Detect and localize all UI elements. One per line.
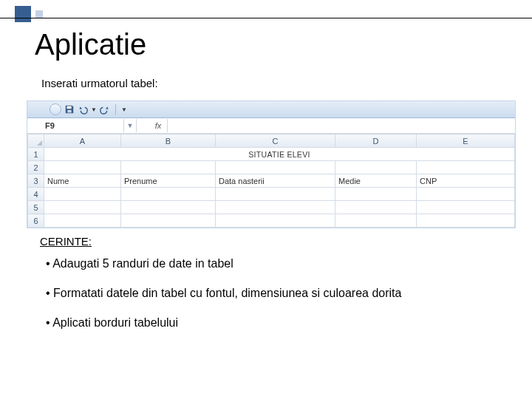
chevron-down-icon: ▼ xyxy=(91,106,97,113)
row-header: 1 xyxy=(28,148,44,161)
quick-access-toolbar: ▼ ▼ xyxy=(27,101,515,118)
office-button-icon xyxy=(50,103,61,115)
list-item: • Aplicati borduri tabelului xyxy=(46,316,401,330)
row-header: 3 xyxy=(28,174,44,188)
accent-square-small xyxy=(35,10,43,18)
row-header: 5 xyxy=(28,201,44,214)
row-header: 4 xyxy=(28,188,44,201)
svg-rect-0 xyxy=(67,106,72,109)
row-header: 2 xyxy=(28,161,44,174)
intro-text: Inserati urmatorul tabel: xyxy=(41,77,158,89)
col-header: E xyxy=(417,134,515,148)
col-header: C xyxy=(216,134,335,148)
save-icon xyxy=(64,104,75,115)
col-header: A xyxy=(44,134,121,148)
divider xyxy=(0,18,532,18)
col-header: B xyxy=(121,134,216,148)
list-item: • Formatati datele din tabel cu fontul, … xyxy=(46,287,401,300)
cell: Nume xyxy=(44,174,121,188)
cell: Medie xyxy=(335,174,417,188)
page-title: Aplicatie xyxy=(35,28,146,61)
cell: Prenume xyxy=(121,174,216,188)
accent-square-big xyxy=(15,6,31,22)
redo-icon xyxy=(100,104,110,115)
excel-screenshot: ▼ ▼ F9 ▼ ✕ fx A xyxy=(27,100,516,228)
chevron-down-icon: ▼ xyxy=(121,106,127,113)
svg-rect-1 xyxy=(67,110,71,113)
formula-input xyxy=(168,119,515,132)
col-header: D xyxy=(335,134,417,148)
list-item: • Adaugati 5 randuri de date in tabel xyxy=(46,257,401,270)
spreadsheet-grid: A B C D E 1 SITUATIE ELEVI 2 3 Nume Pren… xyxy=(27,134,515,228)
formula-bar-row: F9 ▼ ✕ fx xyxy=(27,118,515,134)
requirements-label: CERINTE: xyxy=(40,235,92,248)
fx-icon: fx xyxy=(149,119,168,132)
cell: Data nasterii xyxy=(216,174,335,188)
name-box-dropdown-icon: ▼ xyxy=(124,119,137,132)
row-header: 6 xyxy=(28,214,44,228)
name-box: F9 xyxy=(27,119,124,132)
qat-separator xyxy=(115,104,116,115)
slide-accent xyxy=(15,6,43,22)
undo-icon xyxy=(78,104,88,115)
merged-title-cell: SITUATIE ELEVI xyxy=(44,148,515,161)
requirements-list: • Adaugati 5 randuri de date in tabel • … xyxy=(46,257,401,346)
select-all-corner xyxy=(28,134,44,148)
cell: CNP xyxy=(417,174,515,188)
